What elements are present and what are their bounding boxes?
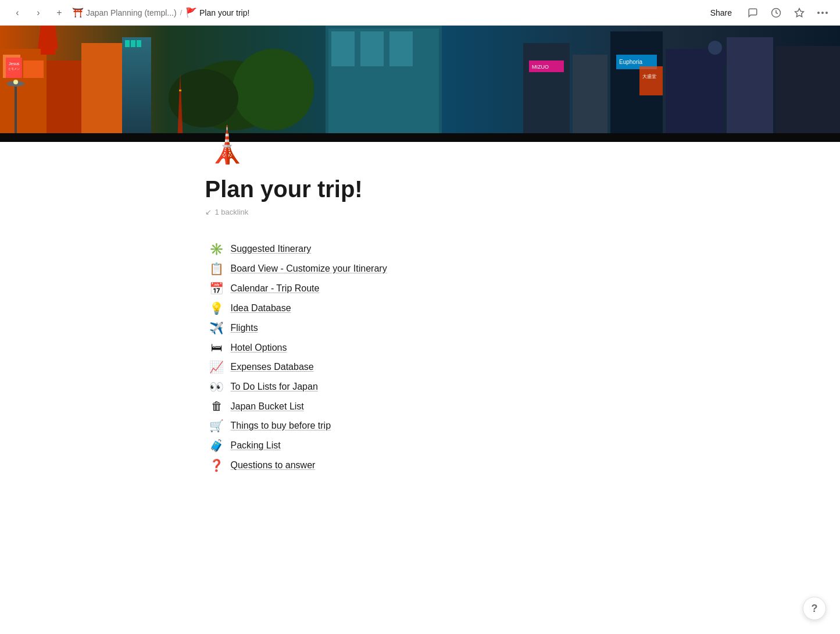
help-button[interactable]: ? xyxy=(803,597,826,620)
link-item-hotel-options[interactable]: 🛏 Hotel Options xyxy=(205,339,635,357)
svg-rect-24 xyxy=(360,31,384,66)
nav-right: Share xyxy=(705,5,831,21)
link-text-todo-lists: To Do Lists for Japan xyxy=(231,382,318,392)
link-icon-todo-lists: 👀 xyxy=(209,380,225,394)
link-icon-idea-database: 💡 xyxy=(209,301,225,315)
svg-point-7 xyxy=(233,49,314,130)
link-item-calendar-trip-route[interactable]: 📅 Calendar - Trip Route xyxy=(205,279,635,298)
svg-text:ヒモメン: ヒモメン xyxy=(8,67,20,70)
link-text-board-view: Board View - Customize your Itinerary xyxy=(231,263,387,274)
svg-point-2 xyxy=(817,12,820,14)
svg-point-4 xyxy=(825,12,828,14)
link-item-japan-bucket-list[interactable]: 🗑 Japan Bucket List xyxy=(205,397,635,415)
link-item-expenses-database[interactable]: 📈 Expenses Database xyxy=(205,358,635,376)
link-text-questions: Questions to answer xyxy=(231,460,316,471)
more-button[interactable] xyxy=(814,5,831,21)
svg-text:大盛堂: 大盛堂 xyxy=(642,74,656,79)
link-text-flights: Flights xyxy=(231,323,258,333)
link-item-board-view[interactable]: 📋 Board View - Customize your Itinerary xyxy=(205,259,635,278)
svg-rect-20 xyxy=(137,40,141,47)
svg-rect-31 xyxy=(776,46,840,142)
link-text-japan-bucket-list: Japan Bucket List xyxy=(231,401,304,412)
link-item-questions[interactable]: ❓ Questions to answer xyxy=(205,456,635,475)
link-icon-things-to-buy: 🛒 xyxy=(209,419,225,433)
svg-point-46 xyxy=(708,41,722,55)
svg-marker-41 xyxy=(38,26,58,49)
top-navigation: ‹ › + ⛩️ Japan Planning (templ...) / 🚩 P… xyxy=(0,0,840,26)
backlink-icon: ↙ xyxy=(205,208,212,216)
backlink-row[interactable]: ↙ 1 backlink xyxy=(205,208,635,216)
svg-rect-11 xyxy=(23,60,44,78)
nav-left: ‹ › + ⛩️ Japan Planning (templ...) / 🚩 P… xyxy=(9,5,249,21)
svg-rect-12 xyxy=(47,60,81,142)
link-icon-questions: ❓ xyxy=(209,458,225,472)
svg-rect-25 xyxy=(389,31,413,66)
add-button[interactable]: + xyxy=(51,5,67,21)
svg-rect-23 xyxy=(331,31,355,66)
breadcrumb-parent[interactable]: ⛩️ Japan Planning (templ...) xyxy=(72,7,177,18)
link-text-idea-database: Idea Database xyxy=(231,303,291,314)
history-button[interactable] xyxy=(768,5,784,21)
svg-text:MIZUO: MIZUO xyxy=(532,64,549,70)
svg-point-38 xyxy=(13,80,18,84)
svg-text:Jesus: Jesus xyxy=(9,62,20,66)
link-icon-expenses-database: 📈 xyxy=(209,360,225,374)
svg-text:Euphoria: Euphoria xyxy=(619,59,642,65)
link-item-flights[interactable]: ✈️ Flights xyxy=(205,319,635,337)
svg-rect-19 xyxy=(131,40,135,47)
link-icon-board-view: 📋 xyxy=(209,262,225,276)
link-item-suggested-itinerary[interactable]: ✳️ Suggested Itinerary xyxy=(205,240,635,258)
link-text-expenses-database: Expenses Database xyxy=(231,362,314,372)
page-emoji: 🗼 xyxy=(205,124,635,166)
svg-rect-42 xyxy=(41,49,55,55)
backlink-text: 1 backlink xyxy=(215,208,249,216)
link-text-hotel-options: Hotel Options xyxy=(231,343,287,353)
star-button[interactable] xyxy=(791,5,807,21)
svg-rect-17 xyxy=(122,37,151,142)
page-title: Plan your trip! xyxy=(205,175,635,203)
breadcrumb: ⛩️ Japan Planning (templ...) / 🚩 Plan yo… xyxy=(72,7,249,18)
forward-button[interactable]: › xyxy=(30,5,47,21)
breadcrumb-separator: / xyxy=(180,9,182,17)
svg-marker-1 xyxy=(795,8,804,16)
link-item-things-to-buy[interactable]: 🛒 Things to buy before trip xyxy=(205,416,635,435)
link-item-idea-database[interactable]: 💡 Idea Database xyxy=(205,299,635,318)
svg-rect-43 xyxy=(639,66,663,95)
link-text-suggested-itinerary: Suggested Itinerary xyxy=(231,244,312,254)
link-icon-japan-bucket-list: 🗑 xyxy=(209,400,225,413)
comment-button[interactable] xyxy=(745,5,761,21)
link-item-todo-lists[interactable]: 👀 To Do Lists for Japan xyxy=(205,377,635,396)
svg-rect-30 xyxy=(727,37,773,142)
link-text-packing-list: Packing List xyxy=(231,440,281,451)
link-icon-flights: ✈️ xyxy=(209,321,225,335)
svg-point-3 xyxy=(821,12,824,14)
svg-rect-40 xyxy=(179,90,181,91)
breadcrumb-current[interactable]: 🚩 Plan your trip! xyxy=(185,7,249,18)
back-button[interactable]: ‹ xyxy=(9,5,26,21)
svg-rect-18 xyxy=(125,40,130,47)
links-list: ✳️ Suggested Itinerary 📋 Board View - Cu… xyxy=(205,240,635,475)
svg-rect-13 xyxy=(81,43,122,142)
link-icon-packing-list: 🧳 xyxy=(209,439,225,453)
link-icon-suggested-itinerary: ✳️ xyxy=(209,242,225,256)
link-icon-hotel-options: 🛏 xyxy=(209,341,225,354)
page-content: 🗼 Plan your trip! ↙ 1 backlink ✳️ Sugges… xyxy=(159,124,682,521)
link-icon-calendar-trip-route: 📅 xyxy=(209,282,225,295)
share-button[interactable]: Share xyxy=(705,6,738,20)
link-text-things-to-buy: Things to buy before trip xyxy=(231,421,331,431)
link-item-packing-list[interactable]: 🧳 Packing List xyxy=(205,436,635,455)
link-text-calendar-trip-route: Calendar - Trip Route xyxy=(231,283,320,294)
